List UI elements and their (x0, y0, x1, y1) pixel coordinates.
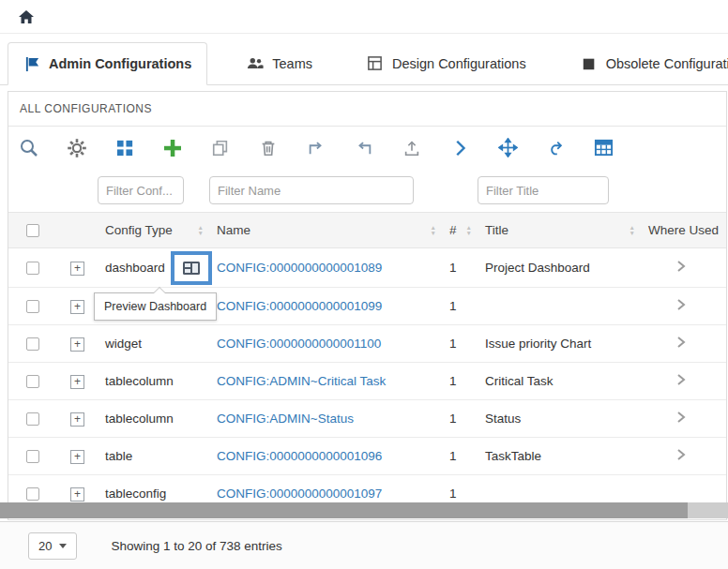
copy-icon[interactable] (209, 137, 232, 159)
expand-icon[interactable] (70, 337, 84, 352)
table-row[interactable]: tablecolumn CONFIG:ADMIN~Critical Task 1… (8, 363, 727, 400)
config-link[interactable]: CONFIG:0000000000001096 (217, 449, 382, 463)
expand-icon[interactable] (70, 487, 84, 502)
row-checkbox[interactable] (26, 412, 39, 426)
header-title[interactable]: Title (478, 213, 641, 248)
page-size-dropdown[interactable]: 20 (28, 532, 77, 560)
obsolete-configurations-icon (581, 55, 598, 72)
table-header-row: Config Type Name # Title Where Used (8, 213, 727, 248)
count-value: 1 (442, 438, 478, 475)
expand-icon[interactable] (70, 262, 84, 276)
toolbar (8, 127, 726, 169)
row-checkbox[interactable] (26, 262, 39, 275)
row-checkbox[interactable] (26, 450, 39, 463)
row-checkbox[interactable] (26, 337, 39, 351)
expand-icon[interactable] (70, 300, 84, 314)
row-checkbox[interactable] (26, 300, 39, 313)
design-configurations-icon (367, 55, 384, 72)
config-type: dashboard (105, 261, 165, 275)
where-used-chevron-icon[interactable] (648, 336, 688, 349)
config-link[interactable]: CONFIG:ADMIN~Critical Task (217, 374, 386, 388)
filter-title-input[interactable] (478, 176, 609, 204)
config-type: widget (98, 325, 209, 363)
count-value: 1 (442, 248, 478, 288)
tab-obsolete-configurations[interactable]: Obsolete Configurations (566, 42, 728, 84)
filter-name-input[interactable] (209, 176, 414, 204)
config-link[interactable]: CONFIG:ADMIN~Status (217, 412, 354, 426)
row-checkbox[interactable] (26, 375, 39, 388)
tab-label: Obsolete Configurations (606, 56, 728, 71)
table-icon[interactable] (592, 137, 614, 159)
configurations-table: Config Type Name # Title Where Used dash… (8, 212, 727, 513)
forward-icon[interactable] (544, 137, 567, 159)
expand-right-icon[interactable] (448, 137, 471, 159)
config-type: tablecolumn (98, 400, 209, 438)
columns-icon[interactable] (114, 137, 136, 159)
page-size-value: 20 (38, 539, 52, 553)
where-used-chevron-icon[interactable] (648, 411, 688, 424)
search-icon[interactable] (18, 137, 40, 159)
config-type: table (98, 438, 209, 475)
config-link[interactable]: CONFIG:0000000000001100 (217, 337, 381, 351)
horizontal-scrollbar-thumb[interactable] (0, 502, 688, 518)
footer-bar: 20 Showing 1 to 20 of 738 entries (0, 521, 728, 569)
horizontal-scrollbar-track[interactable] (0, 502, 728, 518)
where-used-chevron-icon[interactable] (648, 448, 688, 461)
tab-label: Design Configurations (392, 56, 526, 71)
sort-icon[interactable] (198, 225, 204, 236)
count-value: 1 (442, 400, 478, 438)
upload-icon[interactable] (401, 137, 423, 159)
add-icon[interactable] (161, 137, 184, 159)
where-used-chevron-icon[interactable] (648, 260, 688, 273)
header-name[interactable]: Name (209, 213, 442, 248)
row-checkbox[interactable] (26, 487, 39, 501)
filter-config-input[interactable] (98, 176, 184, 204)
config-link[interactable]: CONFIG:0000000000001097 (217, 487, 382, 501)
tab-bar: Admin Configurations Teams Design Config… (0, 42, 728, 85)
move-icon[interactable] (496, 137, 519, 159)
gear-icon[interactable] (66, 137, 88, 159)
move-left-icon[interactable] (353, 137, 375, 159)
header-count[interactable]: # (442, 213, 478, 248)
move-right-icon[interactable] (305, 137, 327, 159)
select-all-checkbox[interactable] (26, 224, 39, 237)
where-used-chevron-icon[interactable] (648, 373, 688, 386)
app-screen: Admin Configurations Teams Design Config… (0, 0, 728, 569)
home-icon (18, 8, 35, 25)
tab-teams[interactable]: Teams (232, 42, 327, 84)
filter-row (8, 169, 726, 212)
expand-icon[interactable] (70, 412, 84, 427)
title-value: TaskTable (478, 438, 641, 475)
preview-dashboard-tooltip: Preview Dashboard (94, 292, 217, 321)
delete-icon[interactable] (257, 137, 280, 159)
table-row[interactable]: widget CONFIG:0000000000001100 1 Issue p… (8, 325, 727, 363)
expand-icon[interactable] (70, 450, 84, 464)
table-row[interactable]: table CONFIG:0000000000001096 1 TaskTabl… (8, 438, 727, 475)
panel-title: ALL CONFIGURATIONS (8, 92, 726, 127)
tab-admin-configurations[interactable]: Admin Configurations (8, 42, 207, 85)
count-value: 1 (442, 288, 478, 325)
entries-summary: Showing 1 to 20 of 738 entries (111, 539, 281, 553)
tab-design-configurations[interactable]: Design Configurations (352, 42, 541, 84)
title-value: Status (478, 400, 641, 438)
sort-icon[interactable] (629, 225, 635, 236)
sort-icon[interactable] (431, 225, 436, 236)
config-type: tablecolumn (98, 363, 209, 400)
top-bar (0, 0, 728, 34)
config-link[interactable]: CONFIG:0000000000001089 (217, 261, 382, 275)
dashboard-icon (182, 261, 201, 276)
title-value: Issue priority Chart (478, 325, 641, 363)
where-used-chevron-icon[interactable] (648, 298, 688, 311)
header-where-used[interactable]: Where Used (641, 213, 727, 248)
config-link[interactable]: CONFIG:0000000000001099 (217, 299, 382, 313)
teams-icon (247, 55, 264, 72)
title-value: Project Dashboard (478, 248, 641, 288)
tab-label: Teams (272, 56, 312, 71)
selection-highlight[interactable] (171, 251, 212, 285)
sort-icon[interactable] (466, 225, 472, 236)
table-row[interactable]: dashboard CONFIG:0000000000001089 1 Proj… (8, 248, 727, 288)
table-row[interactable]: tablecolumn CONFIG:ADMIN~Status 1 Status (8, 400, 727, 438)
home-button[interactable] (15, 6, 38, 28)
expand-icon[interactable] (70, 375, 84, 389)
header-config-type[interactable]: Config Type (98, 213, 209, 248)
